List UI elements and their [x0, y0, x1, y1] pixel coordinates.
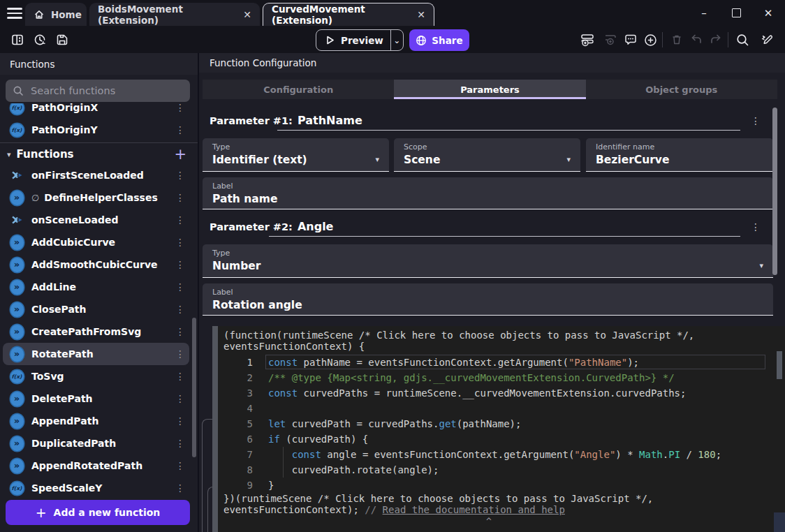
redo-icon[interactable]	[707, 31, 725, 48]
parameter-1-menu-icon[interactable]: ⋮	[749, 115, 763, 126]
close-tab-icon[interactable]: ✕	[417, 9, 425, 20]
add-function-label: Add a new function	[54, 507, 161, 518]
function-item-DefineHelperClasses[interactable]: »∅DefineHelperClasses⋮	[0, 186, 198, 209]
function-item-label: DeletePath	[31, 393, 93, 404]
item-menu-icon[interactable]: ⋮	[175, 393, 185, 404]
add-function-icon[interactable]: +	[174, 146, 186, 163]
parameter-2-type-select[interactable]: Type Number ▾	[203, 244, 773, 278]
section-label: Functions	[17, 148, 74, 161]
item-menu-icon[interactable]: ⋮	[175, 348, 185, 360]
close-tab-icon[interactable]: ✕	[243, 9, 251, 20]
chevron-down-icon[interactable]: ▾	[566, 155, 571, 164]
tab-home[interactable]: Home	[25, 3, 87, 26]
line-number: 4	[218, 401, 268, 416]
expression-icon: f(x)	[10, 124, 24, 137]
sidebar-scrollbar[interactable]	[192, 318, 196, 457]
delete-icon[interactable]	[668, 31, 686, 48]
function-item-AddSmoothCubicCurve[interactable]: »AddSmoothCubicCurve⋮	[0, 253, 198, 276]
add-circle-icon[interactable]	[641, 31, 659, 48]
add-subevent-icon[interactable]	[601, 31, 619, 48]
function-item-label: SpeedScaleY	[31, 482, 102, 494]
function-item-AddLine[interactable]: »AddLine⋮	[0, 276, 198, 298]
item-menu-icon[interactable]: ⋮	[175, 304, 185, 315]
parameter-2-name-input[interactable]: Angle	[298, 220, 334, 233]
tab-curvedmovement[interactable]: CurvedMovement (Extension) ✕	[263, 3, 434, 26]
item-menu-icon[interactable]: ⋮	[175, 371, 185, 382]
item-menu-icon[interactable]: ⋮	[175, 170, 185, 181]
item-menu-icon[interactable]: ⋮	[175, 124, 185, 135]
function-item-ClosePath[interactable]: »ClosePath⋮	[0, 298, 198, 320]
function-item-ToSvg[interactable]: f(x)ToSvg⋮	[0, 365, 198, 387]
documentation-link[interactable]: Read the documentation and help	[383, 504, 565, 515]
function-item-onFirstSceneLoaded[interactable]: onFirstSceneLoaded⋮	[0, 164, 198, 186]
item-menu-icon[interactable]: ⋮	[175, 237, 185, 248]
preview-button[interactable]: Preview ⌄	[316, 29, 404, 51]
functions-section-header[interactable]: ▾Functions+	[0, 144, 198, 165]
function-item-label: AppendPath	[31, 415, 98, 427]
function-item-PathOriginY[interactable]: f(x)PathOriginY⋮	[0, 119, 198, 141]
function-item-SpeedScaleY[interactable]: f(x)SpeedScaleY⋮	[0, 477, 198, 498]
parameter-2-menu-icon[interactable]: ⋮	[749, 221, 763, 232]
item-menu-icon[interactable]: ⋮	[175, 460, 185, 471]
parameter-1-identifier-field[interactable]: Identifier name BezierCurve	[586, 138, 773, 172]
js-code-editor[interactable]: (function(runtimeScene /* Click here to …	[218, 326, 785, 532]
tab-object-groups[interactable]: Object groups	[586, 80, 777, 99]
function-item-PathOriginX[interactable]: f(x)PathOriginX⋮	[0, 103, 198, 119]
collapse-caret-icon[interactable]: ^	[486, 516, 492, 526]
action-icon: »	[10, 280, 24, 295]
search-icon[interactable]	[733, 31, 751, 48]
save-icon[interactable]	[53, 31, 71, 48]
parameter-1-scope-select[interactable]: Scope Scene ▾	[394, 138, 580, 172]
add-new-function-button[interactable]: + Add a new function	[6, 500, 190, 525]
undo-icon[interactable]	[687, 31, 705, 48]
tab-boidsmovement[interactable]: BoidsMovement (Extension) ✕	[89, 3, 260, 26]
parameter-1-name-input[interactable]: PathName	[298, 114, 362, 127]
function-item-AppendRotatedPath[interactable]: »AppendRotatedPath⋮	[0, 455, 198, 477]
close-window-button[interactable]: ✕	[754, 0, 782, 26]
item-menu-icon[interactable]: ⋮	[175, 326, 185, 337]
edit-pen-icon[interactable]	[758, 31, 777, 48]
item-menu-icon[interactable]: ⋮	[175, 103, 185, 113]
maximize-button[interactable]	[722, 0, 750, 26]
tab-configuration[interactable]: Configuration	[203, 80, 394, 99]
function-item-AddCubicCurve[interactable]: »AddCubicCurve⋮	[0, 231, 198, 253]
function-item-onSceneLoaded[interactable]: onSceneLoaded⋮	[0, 209, 198, 231]
function-item-CreatePathFromSvg[interactable]: »CreatePathFromSvg⋮	[0, 320, 198, 343]
parameter-1-type-select[interactable]: Type Identifier (text) ▾	[203, 138, 389, 172]
parameter-1-label-field[interactable]: Label Path name	[203, 177, 773, 209]
add-event-icon[interactable]	[578, 31, 596, 48]
function-item-label: DuplicatedPath	[31, 438, 116, 449]
tab-label: Home	[51, 9, 82, 20]
main-menu-icon[interactable]	[6, 5, 24, 20]
search-icon	[13, 85, 24, 97]
chevron-down-icon[interactable]: ▾	[759, 261, 763, 270]
code-scrollbar[interactable]	[777, 351, 782, 379]
function-item-label: DefineHelperClasses	[44, 192, 157, 203]
item-menu-icon[interactable]: ⋮	[175, 192, 185, 203]
chevron-down-icon[interactable]: ▾	[375, 155, 379, 164]
minimize-button[interactable]: –	[690, 0, 718, 26]
open-panels-icon[interactable]	[8, 31, 27, 48]
add-comment-icon[interactable]	[622, 31, 640, 48]
function-item-DeletePath[interactable]: »DeletePath⋮	[0, 387, 198, 410]
code-scroll-corner	[774, 512, 785, 532]
item-menu-icon[interactable]: ⋮	[175, 259, 185, 270]
function-item-AppendPath[interactable]: »AppendPath⋮	[0, 410, 198, 432]
item-menu-icon[interactable]: ⋮	[175, 214, 185, 226]
function-item-DuplicatedPath[interactable]: »DuplicatedPath⋮	[0, 432, 198, 455]
section-caret-icon[interactable]: ▾	[7, 150, 11, 159]
item-menu-icon[interactable]: ⋮	[175, 281, 185, 293]
parameter-2-label-field[interactable]: Label Rotation angle	[203, 283, 773, 316]
search-input[interactable]: Search functions	[6, 80, 190, 102]
item-menu-icon[interactable]: ⋮	[175, 438, 185, 449]
share-button[interactable]: Share	[409, 29, 469, 51]
event-drag-handle[interactable]	[212, 326, 218, 532]
history-icon[interactable]	[31, 31, 49, 48]
item-menu-icon[interactable]: ⋮	[175, 482, 185, 494]
parameters-scrollbar[interactable]	[772, 108, 777, 275]
item-menu-icon[interactable]: ⋮	[175, 415, 185, 427]
function-item-RotatePath[interactable]: »RotatePath⋮	[0, 343, 198, 365]
preview-dropdown-icon[interactable]: ⌄	[391, 36, 403, 45]
tab-parameters[interactable]: Parameters	[394, 80, 585, 99]
action-icon: »	[10, 235, 24, 250]
